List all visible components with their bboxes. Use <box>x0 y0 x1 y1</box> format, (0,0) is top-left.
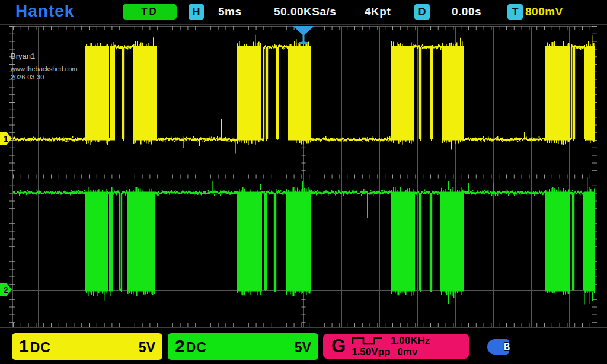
generator-frequency: 1.00KHz <box>391 335 430 346</box>
channel1-scale: 5V <box>139 340 155 356</box>
generator-readout: 1.00KHz 1.50Vpp 0mv <box>352 335 430 357</box>
timebase-value: 5ms <box>218 5 242 18</box>
bottom-status-bar: 1 DC 5V 2 DC 5V G 1.00KHz 1 <box>0 328 607 364</box>
horizontal-badge: H <box>189 4 204 20</box>
channel2-number: 2 <box>175 333 185 359</box>
usb-indicator-label: B <box>504 341 510 353</box>
delay-badge: D <box>414 4 430 20</box>
square-wave-icon <box>352 336 384 345</box>
channel1-coupling: DC <box>30 340 51 356</box>
horizontal-offset-value: 0.00s <box>452 5 481 18</box>
generator-offset: 0mv <box>397 346 417 357</box>
waveform-plot <box>0 25 607 327</box>
trigger-status-badge: TD <box>123 4 177 20</box>
channel2-scale: 5V <box>295 340 311 356</box>
memory-depth-value: 4Kpt <box>365 5 391 18</box>
channel2-marker-label: 2 <box>4 285 8 295</box>
sample-rate-value: 50.00KSa/s <box>274 5 336 18</box>
generator-settings-box: G 1.00KHz 1.50Vpp 0mv <box>323 334 469 359</box>
top-status-bar: Hantek TD H 5ms 50.00KSa/s 4Kpt D 0.00s … <box>0 0 607 24</box>
brand-logo: Hantek <box>15 2 74 21</box>
channel1-marker-label: 1 <box>4 134 8 143</box>
waveform-display-area: Bryan1 www.thebackshed.com 2026-03-30 1 … <box>0 24 607 328</box>
channel1-number: 1 <box>19 333 29 359</box>
generator-amplitude: 1.50Vpp <box>352 346 390 357</box>
trigger-level-value: 800mV <box>525 5 563 18</box>
channel2-coupling: DC <box>186 340 207 356</box>
channel1-settings-box: 1 DC 5V <box>12 333 162 360</box>
oscilloscope-screen: Hantek TD H 5ms 50.00KSa/s 4Kpt D 0.00s … <box>0 0 607 364</box>
trigger-position-marker <box>292 25 315 47</box>
channel2-settings-box: 2 DC 5V <box>168 333 318 360</box>
trigger-badge: T <box>507 4 523 20</box>
usb-device-indicator: B <box>487 339 518 355</box>
generator-label: G <box>331 336 346 357</box>
